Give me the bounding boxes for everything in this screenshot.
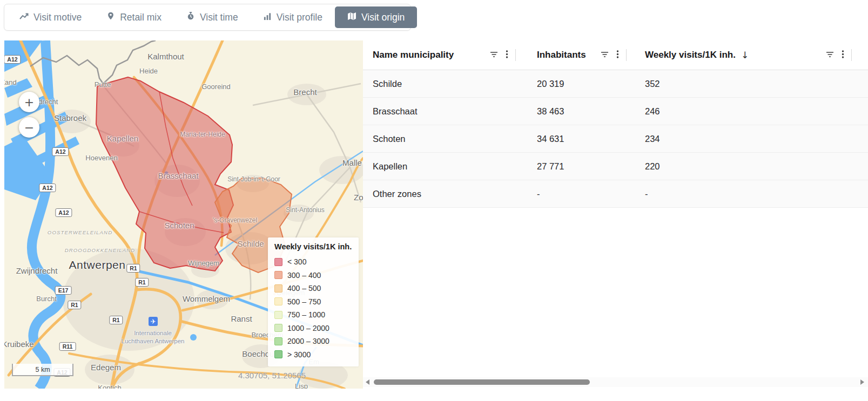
column-menu-icon[interactable] (616, 50, 619, 61)
origin-table: Name municipality Inhabitants Weekly vis… (363, 40, 868, 389)
road-badge: R1 (135, 278, 149, 287)
tab-label: Visit origin (361, 12, 405, 23)
tab-visit-time[interactable]: Visit time (174, 6, 251, 28)
column-separator (851, 49, 852, 61)
legend-swatch (274, 258, 282, 266)
legend-swatch (274, 284, 282, 293)
legend-item: 1000 – 2000 (274, 322, 352, 335)
table-row[interactable]: Schilde 20 319 352 (363, 70, 868, 98)
road-badge: A12 (4, 55, 21, 64)
legend-swatch (274, 337, 282, 345)
map-scale-bar: 5 km (12, 364, 73, 376)
column-separator (515, 49, 516, 61)
legend-item: 500 – 750 (274, 295, 352, 309)
bar-chart-icon (263, 12, 272, 23)
map-legend: Weekly visits/1K inh. < 300 300 – 400 40… (268, 237, 359, 366)
trend-line-icon (19, 12, 29, 23)
legend-swatch (274, 350, 282, 358)
table-row[interactable]: Schoten 34 631 234 (363, 125, 868, 153)
legend-item: 750 – 1000 (274, 308, 352, 322)
legend-title: Weekly visits/1K inh. (274, 242, 352, 251)
road-badge: A12 (55, 208, 72, 217)
road-badge: A12 (52, 147, 69, 156)
road-badge: R1 (109, 316, 123, 324)
road-badge: R1 (68, 301, 81, 309)
column-menu-icon[interactable] (506, 50, 508, 61)
filter-icon[interactable] (489, 50, 499, 61)
legend-swatch (274, 297, 282, 305)
column-separator (626, 49, 627, 61)
airport-icon: ✈ (149, 317, 158, 326)
sort-desc-icon[interactable]: ↓ (741, 50, 749, 60)
tab-label: Visit profile (277, 12, 322, 23)
map-canvas[interactable]: ✈ KalmthoutHeidePutteZandBerendrechtStab… (4, 40, 363, 389)
legend-item: 2000 – 3000 (274, 335, 352, 348)
tab-label: Visit time (200, 12, 238, 23)
tab-label: Visit motive (33, 12, 82, 23)
scroll-right-arrow[interactable] (860, 379, 864, 385)
scrollbar-thumb[interactable] (374, 379, 590, 385)
legend-swatch (274, 324, 282, 332)
scroll-left-arrow[interactable] (366, 379, 369, 385)
horizontal-scrollbar[interactable] (363, 377, 868, 387)
legend-swatch (274, 311, 282, 319)
map-pin-icon (106, 11, 115, 23)
table-row[interactable]: Other zones - - (363, 180, 868, 208)
zoom-out-button[interactable]: − (19, 117, 39, 138)
tab-retail-mix[interactable]: Retail mix (94, 6, 174, 28)
legend-item: < 300 (274, 255, 352, 269)
table-row[interactable]: Brasschaat 38 463 246 (363, 98, 868, 125)
table-row[interactable]: Kapellen 27 771 220 (363, 153, 868, 180)
column-header-name-municipality[interactable]: Name municipality (363, 40, 523, 70)
legend-swatch (274, 271, 282, 279)
tab-visit-motive[interactable]: Visit motive (7, 6, 94, 28)
map-coordinates: 4.30705, 51.20565 (235, 371, 306, 380)
filter-icon[interactable] (600, 50, 609, 61)
legend-item: 300 – 400 (274, 269, 352, 282)
road-badge: A12 (39, 183, 56, 192)
tab-visit-profile[interactable]: Visit profile (251, 6, 335, 28)
road-badge: R1 (126, 264, 140, 273)
map-icon (347, 12, 356, 23)
zoom-in-button[interactable]: + (19, 92, 39, 112)
table-header: Name municipality Inhabitants Weekly vis… (363, 40, 868, 70)
svg-text:✈: ✈ (150, 318, 156, 325)
column-header-inhabitants[interactable]: Inhabitants (523, 40, 634, 70)
legend-item: 400 – 500 (274, 282, 352, 295)
tab-label: Retail mix (120, 12, 162, 23)
view-tabs: Visit motive Retail mix Visit time Visit… (4, 4, 411, 31)
column-menu-icon[interactable] (842, 50, 844, 61)
stopwatch-icon (186, 11, 195, 23)
column-header-weekly-visits[interactable]: Weekly visits/1K inh. ↓ (634, 40, 859, 70)
legend-item: > 3000 (274, 348, 352, 362)
road-badge: E17 (55, 286, 72, 295)
filter-icon[interactable] (825, 50, 835, 61)
tab-visit-origin[interactable]: Visit origin (335, 6, 417, 28)
scale-label: 5 km (35, 366, 50, 373)
road-badge: R11 (59, 342, 76, 351)
